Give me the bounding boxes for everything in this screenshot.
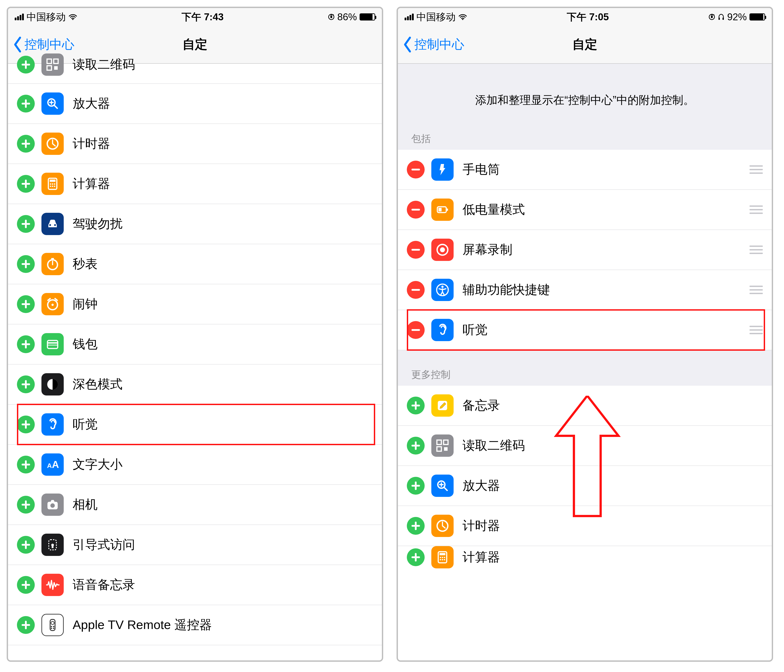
- list-row[interactable]: 深色模式: [8, 364, 382, 404]
- voicememo-icon: [42, 574, 64, 596]
- list-row[interactable]: 手电筒: [398, 150, 772, 190]
- signal-icon: [15, 14, 24, 20]
- row-label: 读取二维码: [462, 437, 763, 454]
- qr-icon: [42, 53, 64, 76]
- remove-button[interactable]: [407, 161, 425, 179]
- appletv-icon: [42, 614, 64, 636]
- add-button[interactable]: [407, 517, 425, 535]
- row-label: 闹钟: [73, 296, 373, 313]
- add-button[interactable]: [17, 576, 35, 594]
- add-button[interactable]: [17, 255, 35, 273]
- magnifier-icon: [431, 474, 454, 497]
- row-label: 文字大小: [73, 456, 373, 473]
- drag-handle-icon[interactable]: [750, 286, 763, 294]
- remove-button[interactable]: [407, 201, 425, 219]
- list-row[interactable]: 计算器: [398, 546, 772, 568]
- list-row[interactable]: 钱包: [8, 324, 382, 364]
- list-row[interactable]: 放大器: [398, 466, 772, 506]
- description-text: 添加和整理显示在“控制中心”中的附加控制。: [398, 64, 772, 126]
- row-label: 计时器: [462, 517, 763, 534]
- list-row[interactable]: 读取二维码: [398, 426, 772, 466]
- add-button[interactable]: [17, 375, 35, 393]
- accessibility-icon: [431, 279, 454, 301]
- row-label: 计算器: [462, 549, 763, 566]
- row-label: 读取二维码: [73, 56, 373, 73]
- list-row[interactable]: 放大器: [8, 84, 382, 124]
- carrier-label: 中国移动: [26, 11, 66, 23]
- list-row[interactable]: 计算器: [8, 164, 382, 204]
- calculator-icon: [42, 173, 64, 195]
- row-label: 计时器: [73, 135, 373, 152]
- row-label: 辅助功能快捷键: [462, 282, 750, 298]
- add-button[interactable]: [17, 496, 35, 513]
- add-button[interactable]: [17, 616, 35, 634]
- list-row[interactable]: 计时器: [8, 124, 382, 164]
- list-row[interactable]: 低电量模式: [398, 190, 772, 230]
- calculator-icon: [431, 546, 454, 568]
- list-row[interactable]: 秒表: [8, 244, 382, 284]
- row-label: 放大器: [73, 95, 373, 112]
- row-label: 放大器: [462, 477, 763, 494]
- add-button[interactable]: [17, 175, 35, 193]
- add-button[interactable]: [17, 56, 35, 73]
- list-row[interactable]: 驾驶勿扰: [8, 204, 382, 244]
- lowpower-icon: [431, 199, 454, 221]
- drag-handle-icon[interactable]: [750, 246, 763, 254]
- add-button[interactable]: [407, 477, 425, 495]
- back-button[interactable]: 控制中心: [402, 26, 464, 63]
- add-button[interactable]: [17, 415, 35, 433]
- add-button[interactable]: [17, 456, 35, 473]
- row-label: 屏幕录制: [462, 241, 750, 258]
- stopwatch-icon: [42, 253, 64, 275]
- battery-icon: [750, 13, 765, 20]
- list-row[interactable]: 文字大小: [8, 445, 382, 485]
- add-button[interactable]: [17, 335, 35, 353]
- row-label: 语音备忘录: [73, 576, 373, 593]
- more-controls-list[interactable]: 读取二维码放大器计时器计算器驾驶勿扰秒表闹钟钱包深色模式听觉文字大小相机引导式访…: [8, 64, 382, 645]
- chevron-left-icon: [12, 36, 23, 53]
- list-row[interactable]: 辅助功能快捷键: [398, 270, 772, 310]
- list-row[interactable]: 备忘录: [398, 386, 772, 426]
- add-button[interactable]: [407, 548, 425, 566]
- list-row[interactable]: 闹钟: [8, 284, 382, 324]
- flashlight-icon: [431, 159, 454, 181]
- list-row[interactable]: 屏幕录制: [398, 230, 772, 270]
- phone-left: 中国移动 下午 7:43 86% 控制中心 自定 读取二维码放大器计时器计算器驾…: [7, 7, 383, 662]
- battery-icon: [359, 13, 375, 20]
- list-row[interactable]: 听觉: [8, 404, 382, 445]
- list-row[interactable]: 相机: [8, 485, 382, 525]
- list-row[interactable]: 引导式访问: [8, 525, 382, 565]
- add-button[interactable]: [17, 215, 35, 233]
- row-label: 听觉: [462, 322, 750, 338]
- status-bar: 中国移动 下午 7:43 86%: [8, 8, 382, 26]
- drag-handle-icon[interactable]: [750, 165, 763, 174]
- camera-icon: [42, 493, 64, 516]
- list-row[interactable]: Apple TV Remote 遥控器: [8, 605, 382, 645]
- remove-button[interactable]: [407, 281, 425, 299]
- list-row[interactable]: 计时器: [398, 506, 772, 546]
- row-label: 备忘录: [462, 397, 763, 414]
- ear-icon: [42, 413, 64, 436]
- add-button[interactable]: [17, 295, 35, 313]
- add-button[interactable]: [407, 437, 425, 454]
- list-row[interactable]: 语音备忘录: [8, 565, 382, 605]
- car-icon: [42, 213, 64, 235]
- add-button[interactable]: [17, 95, 35, 112]
- add-button[interactable]: [17, 135, 35, 152]
- row-label: 低电量模式: [462, 201, 750, 218]
- row-label: 驾驶勿扰: [73, 215, 373, 232]
- list-row[interactable]: 读取二维码: [8, 64, 382, 84]
- list-row[interactable]: 听觉: [398, 310, 772, 350]
- remove-button[interactable]: [407, 321, 425, 339]
- more-controls-list[interactable]: 备忘录读取二维码放大器计时器计算器: [398, 386, 772, 568]
- timer-icon: [431, 515, 454, 537]
- add-button[interactable]: [17, 536, 35, 554]
- remove-button[interactable]: [407, 241, 425, 259]
- drag-handle-icon[interactable]: [750, 326, 763, 334]
- notes-icon: [431, 394, 454, 417]
- add-button[interactable]: [407, 397, 425, 414]
- included-list[interactable]: 手电筒低电量模式屏幕录制辅助功能快捷键听觉: [398, 150, 772, 350]
- row-label: 计算器: [73, 175, 373, 192]
- drag-handle-icon[interactable]: [750, 205, 763, 214]
- page-title: 自定: [572, 36, 597, 53]
